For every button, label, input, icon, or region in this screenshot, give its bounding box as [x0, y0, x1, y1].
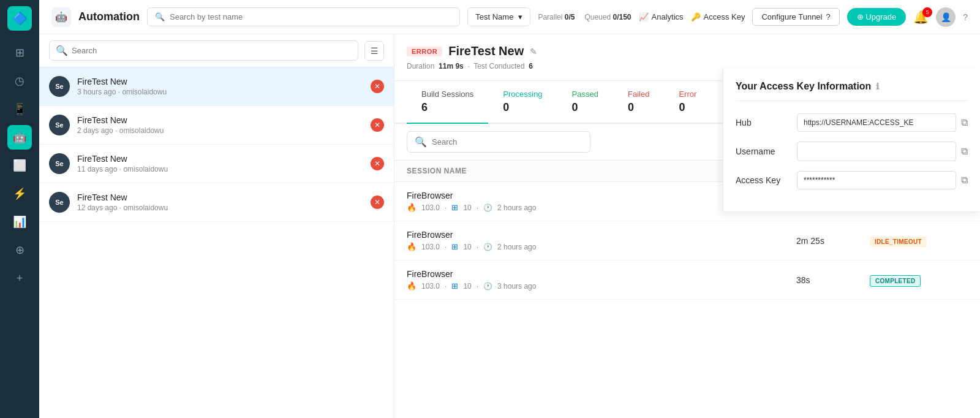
- session-item[interactable]: Se FireTest New 11 days ago · omisolaido…: [39, 145, 394, 183]
- os-version: 10: [463, 243, 471, 251]
- conducted-value: 6: [529, 62, 533, 70]
- build-sessions-label: Build Sessions: [421, 89, 473, 99]
- clock-icon: 🕐: [483, 282, 492, 291]
- search-icon: 🔍: [56, 45, 68, 56]
- os-version: 10: [463, 203, 471, 212]
- left-search-input[interactable]: [72, 46, 352, 55]
- build-sessions-value: 6: [421, 101, 473, 114]
- session-row-name: FireBrowser 🔥 103.0 · ⊞ 10 · 🕐 3 hours a…: [407, 269, 796, 291]
- table-row[interactable]: FireBrowser 🔥 103.0 · ⊞ 10 · 🕐 2 hours a…: [394, 221, 980, 260]
- search-icon: 🔍: [155, 12, 165, 21]
- configure-tunnel-label: Configure Tunnel: [761, 12, 822, 21]
- avatar[interactable]: 👤: [936, 7, 956, 27]
- sidebar-item-history[interactable]: ◷: [7, 69, 32, 93]
- hub-field-row: Hub https://USERNAME:ACCESS_KE ⧉: [736, 113, 968, 132]
- firefox-icon: 🔥: [407, 281, 417, 291]
- time-ago: 2 hours ago: [497, 203, 536, 212]
- hub-value: https://USERNAME:ACCESS_KE: [797, 113, 956, 132]
- username-field-wrapper: ⧉: [797, 142, 968, 161]
- session-name: FireTest New: [77, 154, 363, 164]
- session-search-wrapper[interactable]: 🔍: [407, 131, 590, 153]
- dot-separator: ·: [445, 243, 447, 251]
- session-error-icon: ✕: [371, 80, 384, 93]
- stat-tab-error[interactable]: Error 0: [664, 81, 711, 124]
- session-avatar: Se: [49, 76, 70, 97]
- sidebar-item-add[interactable]: +: [7, 266, 32, 291]
- help-icon[interactable]: ?: [963, 12, 968, 22]
- sidebar-item-grid[interactable]: ⊞: [7, 40, 32, 65]
- passed-value: 0: [572, 101, 598, 114]
- clock-icon: 🕐: [483, 243, 492, 251]
- session-info: FireTest New 3 hours ago · omisolaidowu: [77, 77, 363, 96]
- dot-separator: ·: [477, 282, 478, 291]
- session-duration: 2m 25s: [796, 236, 870, 246]
- right-panel: ERROR FireTest New ✎ Duration 11m 9s · T…: [394, 34, 980, 418]
- access-key-label: Access Key: [704, 12, 745, 21]
- hub-copy-button[interactable]: ⧉: [961, 117, 968, 128]
- stat-tab-failed[interactable]: Failed 0: [613, 81, 664, 124]
- build-title: FireTest New: [448, 44, 524, 58]
- sidebar-item-analytics[interactable]: 📊: [7, 210, 32, 234]
- session-search-input[interactable]: [432, 137, 535, 146]
- session-item[interactable]: Se FireTest New 2 days ago · omisolaidow…: [39, 106, 394, 145]
- test-name-dropdown[interactable]: Test Name ▾: [467, 7, 530, 26]
- passed-label: Passed: [572, 89, 598, 99]
- completed-badge: COMPLETED: [870, 275, 921, 287]
- session-error-icon: ✕: [371, 196, 384, 209]
- error-label: Error: [679, 89, 696, 99]
- stat-tab-passed[interactable]: Passed 0: [557, 81, 613, 124]
- username-value[interactable]: [797, 142, 956, 161]
- time-ago: 2 hours ago: [497, 243, 536, 251]
- session-row-meta: 🔥 103.0 · ⊞ 10 · 🕐 3 hours ago: [407, 281, 796, 291]
- dot-separator: ·: [477, 243, 478, 251]
- sidebar-item-lightning[interactable]: ⚡: [7, 181, 32, 206]
- windows-icon: ⊞: [451, 242, 458, 251]
- notification-badge: 5: [922, 7, 932, 17]
- search-bar-top[interactable]: 🔍: [147, 7, 460, 26]
- hub-label: Hub: [736, 118, 797, 127]
- left-search-wrapper[interactable]: 🔍: [49, 40, 358, 61]
- stat-tab-processing[interactable]: Processing 0: [488, 81, 557, 124]
- idle-timeout-badge: IDLE_TIMEOUT: [870, 237, 927, 247]
- access-key-copy-button[interactable]: ⧉: [961, 175, 968, 186]
- filter-button[interactable]: ☰: [364, 41, 384, 61]
- stat-tab-build-sessions[interactable]: Build Sessions 6: [407, 81, 488, 124]
- sidebar-item-devices[interactable]: 📱: [7, 97, 32, 121]
- session-info: FireTest New 2 days ago · omisolaidowu: [77, 115, 363, 135]
- build-title-row: ERROR FireTest New ✎: [407, 44, 968, 58]
- session-avatar: Se: [49, 192, 70, 213]
- firefox-icon: 🔥: [407, 203, 417, 212]
- error-badge: ERROR: [407, 47, 442, 56]
- configure-tunnel-button[interactable]: Configure Tunnel ?: [752, 8, 839, 26]
- dot-separator: ·: [477, 203, 478, 212]
- session-item[interactable]: Se FireTest New 12 days ago · omisolaido…: [39, 183, 394, 222]
- table-row[interactable]: FireBrowser 🔥 103.0 · ⊞ 10 · 🕐 3 hours a…: [394, 260, 980, 300]
- session-meta: 3 hours ago · omisolaidowu: [77, 88, 363, 96]
- hub-field-wrapper: https://USERNAME:ACCESS_KE ⧉: [797, 113, 968, 132]
- sidebar-item-tests[interactable]: ⬜: [7, 153, 32, 178]
- session-avatar: Se: [49, 115, 70, 135]
- access-key-button[interactable]: 🔑 Access Key: [691, 12, 745, 21]
- firefox-icon: 🔥: [407, 242, 417, 251]
- username-copy-button[interactable]: ⧉: [961, 146, 968, 157]
- automation-icon: 🤖: [51, 7, 71, 27]
- analytics-button[interactable]: 📈 Analytics: [639, 12, 684, 21]
- sidebar-item-integrations[interactable]: ⊕: [7, 238, 32, 262]
- edit-icon[interactable]: ✎: [530, 47, 537, 56]
- sidebar-item-automation[interactable]: 🤖: [7, 125, 32, 150]
- session-row-title: FireBrowser: [407, 269, 796, 279]
- logo-icon: 🔷: [12, 11, 28, 26]
- access-key-field-wrapper: *********** ⧉: [797, 171, 968, 189]
- session-table: FireBrowser 🔥 103.0 · ⊞ 10 · 🕐 2 hours a…: [394, 182, 980, 418]
- upgrade-button[interactable]: ⊕ Upgrade: [847, 8, 906, 26]
- failed-label: Failed: [628, 89, 649, 99]
- session-info: FireTest New 11 days ago · omisolaidowu: [77, 154, 363, 173]
- top-nav: 🤖 Automation 🔍 Test Name ▾ Parallel 0/5 …: [39, 0, 980, 34]
- notifications-button[interactable]: 🔔 5: [913, 10, 929, 25]
- session-item[interactable]: Se FireTest New 3 hours ago · omisolaido…: [39, 67, 394, 106]
- processing-label: Processing: [503, 89, 542, 99]
- parallel-info: Parallel 0/5 Queued 0/150: [538, 13, 631, 21]
- search-by-test-name-input[interactable]: [170, 12, 452, 21]
- parallel-value: 0/5: [565, 13, 575, 21]
- logo[interactable]: 🔷: [7, 6, 32, 31]
